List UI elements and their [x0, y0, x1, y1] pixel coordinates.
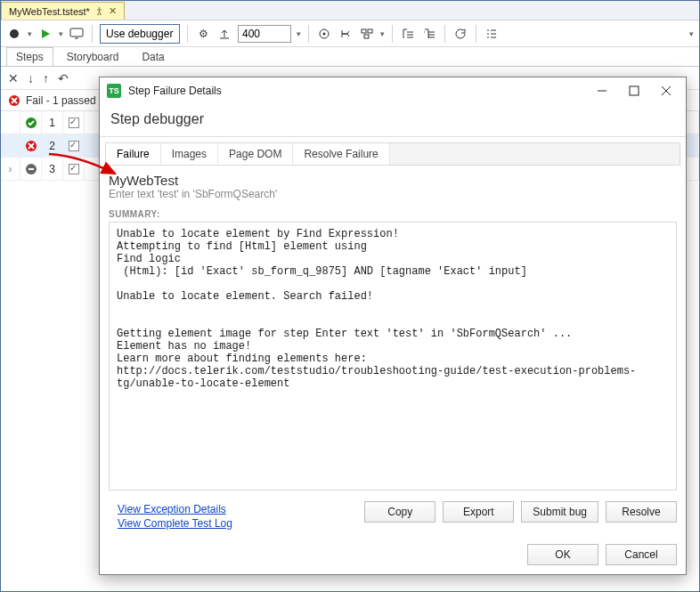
- view-log-link[interactable]: View Complete Test Log: [118, 517, 348, 530]
- tab-resolve-failure[interactable]: Resolve Failure: [293, 143, 389, 165]
- resolve-button[interactable]: Resolve: [606, 501, 677, 523]
- summary-label: SUMMARY:: [109, 209, 677, 219]
- tab-storyboard[interactable]: Storyboard: [57, 47, 129, 66]
- move-down-icon[interactable]: ↓: [28, 71, 34, 85]
- step-failure-dialog: TS Step Failure Details Step debugger Fa…: [99, 77, 687, 575]
- dialog-tabs: Failure Images Page DOM Resolve Failure: [105, 142, 680, 166]
- step-enabled-checkbox[interactable]: [69, 164, 79, 174]
- svg-point-3: [323, 32, 326, 35]
- export-button[interactable]: Export: [443, 501, 514, 523]
- group-dropdown-icon[interactable]: ▾: [380, 29, 385, 38]
- failure-test-name: MyWebTest: [109, 173, 677, 188]
- undo-icon[interactable]: ↶: [58, 71, 69, 85]
- copy-button[interactable]: Copy: [364, 501, 435, 523]
- record-dropdown-icon[interactable]: ▾: [28, 29, 32, 38]
- file-tab-label: MyWebTest.tstest*: [9, 6, 90, 17]
- main-toolbar: ▾ ▾ ⚙ ▾ ▾ ▾: [1, 20, 699, 47]
- run-status-text: Fail - 1 passed: [26, 94, 96, 107]
- minimize-icon[interactable]: [590, 81, 615, 101]
- tab-steps[interactable]: Steps: [6, 47, 53, 66]
- tab-page-dom[interactable]: Page DOM: [218, 143, 293, 165]
- run-status-badge: Fail - 1 passed: [8, 94, 96, 107]
- refresh-icon[interactable]: [452, 26, 468, 42]
- delay-input[interactable]: [238, 25, 291, 43]
- outdent-icon[interactable]: [400, 26, 416, 42]
- delete-step-icon[interactable]: ✕: [8, 71, 19, 85]
- close-icon[interactable]: [654, 81, 679, 101]
- step-enabled-checkbox[interactable]: [69, 141, 79, 151]
- step-number: 3: [42, 158, 63, 180]
- failure-step-description: Enter text 'test' in 'SbFormQSearch': [109, 188, 677, 200]
- view-exception-link[interactable]: View Exception Details: [118, 503, 348, 515]
- upload-icon[interactable]: [216, 26, 232, 42]
- play-dropdown-icon[interactable]: ▾: [59, 29, 63, 38]
- pin-icon[interactable]: [95, 7, 103, 15]
- step-number: 1: [42, 111, 63, 134]
- step-number: 2: [42, 134, 63, 157]
- dialog-title: Step Failure Details: [128, 85, 582, 97]
- ok-button[interactable]: OK: [527, 544, 598, 565]
- group-icon[interactable]: [359, 26, 375, 42]
- svg-rect-4: [362, 29, 366, 33]
- target-icon[interactable]: [316, 26, 332, 42]
- maximize-icon[interactable]: [622, 81, 647, 101]
- monitor-icon[interactable]: [69, 26, 85, 42]
- file-tab-strip: MyWebTest.tstest* ✕: [1, 1, 699, 20]
- submit-bug-button[interactable]: Submit bug: [521, 501, 598, 523]
- dialog-titlebar: TS Step Failure Details: [100, 77, 686, 104]
- tab-data[interactable]: Data: [132, 47, 174, 66]
- failure-summary-text[interactable]: Unable to locate element by Find Express…: [109, 222, 677, 491]
- gear-icon[interactable]: ⚙: [195, 26, 211, 42]
- dialog-subtitle: Step debugger: [100, 104, 686, 137]
- file-tab[interactable]: MyWebTest.tstest* ✕: [1, 2, 125, 20]
- app-icon: TS: [107, 84, 121, 98]
- close-icon[interactable]: ✕: [109, 5, 117, 17]
- svg-point-0: [10, 29, 19, 38]
- dialog-links: View Exception Details View Complete Tes…: [109, 501, 357, 535]
- play-icon[interactable]: [37, 26, 53, 42]
- delay-dropdown-icon[interactable]: ▾: [297, 29, 301, 38]
- fail-flag-icon: [8, 94, 20, 107]
- debug-mode-input[interactable]: [100, 24, 180, 44]
- overflow-icon[interactable]: ▾: [689, 29, 694, 38]
- fail-icon: [25, 140, 37, 152]
- tab-failure[interactable]: Failure: [106, 143, 161, 165]
- expand-icon[interactable]: ›: [1, 158, 20, 180]
- skip-icon: [25, 163, 37, 175]
- pass-icon: [25, 117, 37, 129]
- svg-rect-12: [630, 86, 639, 95]
- branch-icon[interactable]: [338, 26, 354, 42]
- svg-rect-6: [364, 35, 369, 38]
- svg-rect-11: [28, 168, 34, 170]
- list-icon[interactable]: [484, 26, 500, 42]
- indent-icon[interactable]: [421, 26, 437, 42]
- svg-rect-5: [368, 29, 372, 33]
- record-icon[interactable]: [6, 26, 22, 42]
- svg-rect-1: [70, 28, 83, 36]
- panel-tabs: Steps Storyboard Data: [1, 47, 699, 67]
- move-up-icon[interactable]: ↑: [43, 71, 49, 85]
- tab-images[interactable]: Images: [161, 143, 218, 165]
- cancel-button[interactable]: Cancel: [606, 544, 677, 565]
- step-enabled-checkbox[interactable]: [69, 118, 79, 128]
